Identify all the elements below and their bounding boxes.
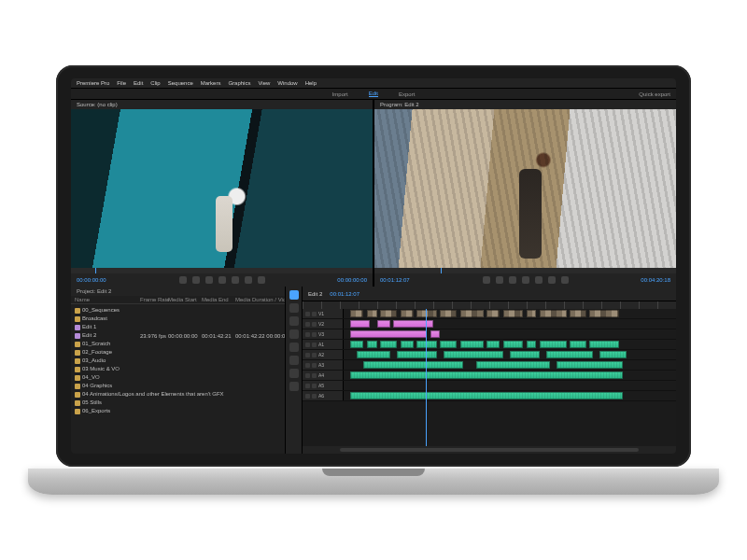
menu-help[interactable]: Help — [305, 80, 317, 86]
audio-clip[interactable] — [363, 361, 463, 369]
track-lock-icon[interactable] — [312, 353, 317, 357]
bin-list[interactable]: 00_Sequences Broadcast Edit 1 Edit 2 23.… — [71, 304, 285, 454]
track-header-A6[interactable]: A6 — [303, 391, 344, 400]
track-lock-icon[interactable] — [312, 322, 317, 327]
track-toggle-icon[interactable] — [305, 312, 310, 316]
play-icon[interactable] — [522, 276, 529, 284]
go-to-in-icon[interactable] — [496, 276, 503, 284]
workspace-edit[interactable]: Edit — [369, 91, 378, 97]
track-toggle-icon[interactable] — [305, 373, 310, 378]
tool-slip[interactable] — [289, 343, 299, 352]
track-toggle-icon[interactable] — [305, 384, 310, 388]
workspace-export[interactable]: Export — [399, 91, 415, 97]
track-header-A3[interactable]: A3 — [303, 360, 344, 370]
audio-clip[interactable] — [380, 341, 397, 348]
video-clip[interactable] — [540, 310, 566, 317]
video-clip[interactable] — [589, 310, 619, 317]
track-header-A5[interactable]: A5 — [303, 381, 344, 390]
step-back-icon[interactable] — [509, 276, 516, 284]
audio-clip[interactable] — [589, 341, 619, 348]
video-clip[interactable] — [350, 320, 370, 328]
menu-markers[interactable]: Markers — [201, 80, 221, 86]
audio-clip[interactable] — [444, 351, 503, 358]
bin-item[interactable]: 00_Sequences — [71, 306, 285, 315]
track-lock-icon[interactable] — [312, 363, 317, 368]
track-header-A4[interactable]: A4 — [303, 371, 344, 380]
audio-clip[interactable] — [546, 351, 593, 358]
timeline-scrollbar[interactable] — [303, 446, 676, 454]
track-lock-icon[interactable] — [312, 373, 317, 378]
tracks-area[interactable]: V1 V2 V3 A1 A2 — [303, 309, 676, 446]
go-to-out-icon[interactable] — [245, 276, 252, 284]
video-clip[interactable] — [430, 330, 441, 338]
audio-clip[interactable] — [540, 341, 566, 348]
video-clip[interactable] — [350, 330, 427, 338]
audio-clip[interactable] — [350, 371, 623, 379]
bin-item[interactable]: Edit 1 — [71, 323, 285, 331]
video-clip[interactable] — [377, 320, 390, 328]
audio-clip[interactable] — [460, 341, 484, 348]
tool-type[interactable] — [289, 382, 299, 391]
mark-in-icon[interactable] — [179, 276, 187, 284]
source-tab[interactable]: Source: (no clip) — [77, 102, 118, 107]
video-clip[interactable] — [527, 310, 537, 317]
go-to-in-icon[interactable] — [192, 276, 200, 284]
step-back-icon[interactable] — [205, 276, 213, 284]
video-clip[interactable] — [503, 310, 523, 317]
track-header-V3[interactable]: V3 — [303, 329, 344, 339]
bin-item[interactable]: 04_VO — [71, 373, 285, 382]
tool-track-select[interactable] — [289, 303, 299, 313]
quick-export-button[interactable]: Quick export — [639, 91, 670, 97]
menu-window[interactable]: Window — [277, 80, 297, 86]
audio-clip[interactable] — [476, 361, 549, 369]
track-lock-icon[interactable] — [312, 343, 317, 347]
video-clip[interactable] — [393, 320, 433, 328]
track-toggle-icon[interactable] — [305, 394, 310, 399]
audio-clip[interactable] — [357, 351, 390, 358]
video-clip[interactable] — [401, 310, 414, 317]
step-fwd-icon[interactable] — [232, 276, 239, 284]
menu-clip[interactable]: Clip — [150, 80, 160, 86]
video-clip[interactable] — [350, 310, 363, 317]
audio-clip[interactable] — [440, 341, 457, 348]
audio-clip[interactable] — [350, 392, 623, 399]
audio-clip[interactable] — [503, 341, 523, 348]
video-clip[interactable] — [367, 310, 377, 317]
video-clip[interactable] — [460, 310, 484, 317]
bin-item[interactable]: 04 Graphics — [71, 382, 285, 390]
track-toggle-icon[interactable] — [305, 363, 310, 368]
project-tab[interactable]: Project: Edit 2 — [77, 288, 111, 294]
track-header-V1[interactable]: V1 — [303, 309, 344, 318]
track-header-A1[interactable]: A1 — [303, 340, 344, 349]
audio-clip[interactable] — [486, 341, 500, 348]
track-lock-icon[interactable] — [312, 312, 317, 316]
bin-item[interactable]: Broadcast — [71, 315, 285, 323]
tool-razor[interactable] — [289, 329, 299, 339]
playhead[interactable] — [426, 309, 427, 446]
audio-clip[interactable] — [367, 341, 377, 348]
sequence-tab[interactable]: Edit 2 — [308, 291, 322, 297]
track-toggle-icon[interactable] — [305, 353, 310, 357]
tool-ripple[interactable] — [289, 316, 299, 326]
audio-clip[interactable] — [527, 341, 537, 348]
bin-item[interactable]: 05 Stills — [71, 399, 285, 407]
menu-sequence[interactable]: Sequence — [168, 80, 193, 86]
menu-file[interactable]: File — [117, 80, 126, 86]
bin-item[interactable]: 03 Music & VO — [71, 365, 285, 373]
audio-clip[interactable] — [557, 361, 623, 369]
menu-graphics[interactable]: Graphics — [228, 80, 250, 86]
audio-clip[interactable] — [401, 341, 414, 348]
menu-edit[interactable]: Edit — [134, 80, 143, 86]
bin-item[interactable]: 01_Scratch — [71, 340, 285, 348]
bin-item[interactable]: 04 Animations/Logos and other Elements t… — [71, 390, 285, 399]
tool-hand[interactable] — [289, 369, 299, 378]
play-icon[interactable] — [218, 276, 226, 284]
mark-out-icon[interactable] — [561, 276, 569, 284]
bin-item[interactable]: Edit 2 23.976 fps00:00:00:0000:01:42:210… — [71, 331, 285, 340]
track-toggle-icon[interactable] — [305, 343, 310, 347]
audio-clip[interactable] — [350, 341, 363, 348]
audio-clip[interactable] — [599, 351, 626, 358]
step-fwd-icon[interactable] — [535, 276, 543, 284]
track-header-V2[interactable]: V2 — [303, 319, 344, 329]
video-clip[interactable] — [486, 310, 500, 317]
